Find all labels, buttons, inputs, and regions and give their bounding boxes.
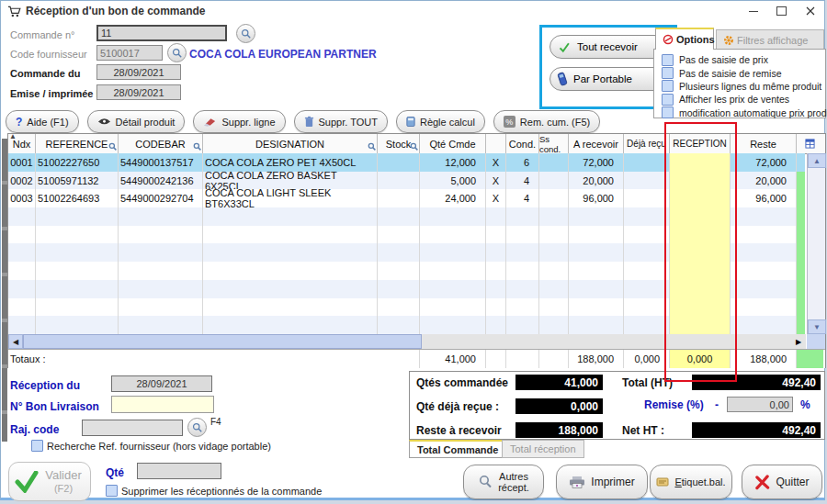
cell-cond: 6 (506, 153, 539, 172)
cell-empty (539, 262, 569, 280)
checkbox-recherche-ref[interactable] (31, 440, 43, 452)
emise-field[interactable]: 28/09/2021 (96, 84, 181, 100)
tab-total-reception[interactable]: Total réception (502, 440, 584, 458)
scrollbar-thumb[interactable] (23, 334, 422, 349)
cell-empty (203, 207, 378, 226)
close-button[interactable] (796, 1, 824, 21)
suppr-tout-button[interactable]: Suppr. TOUT (294, 110, 388, 133)
totals-row: Totaux : 41,000 188,000 0,000 0,000 188,… (8, 349, 825, 368)
cell-reception[interactable] (670, 189, 731, 207)
scroll-down-icon[interactable]: ▼ (808, 319, 826, 334)
cell-reception-empty[interactable] (670, 243, 731, 262)
cell-codebar: 5449000242136 (119, 172, 203, 190)
column-header-a-recevoir[interactable]: A recevoir (569, 134, 624, 153)
checkbox-pas-saisie-prix[interactable] (662, 54, 674, 66)
autres-recept-button[interactable]: Autresrécept. (463, 465, 544, 499)
net-ht-value: 492,40 (692, 422, 821, 438)
scroll-left-icon[interactable]: ◀ (8, 334, 23, 349)
horizontal-scrollbar[interactable]: ◀ ▶ (8, 334, 806, 349)
qte-input[interactable] (137, 463, 221, 479)
column-header-ndx[interactable]: ▲Ndx (8, 134, 36, 153)
checkbox-pas-saisie-remise[interactable] (662, 67, 674, 79)
raj-code-input[interactable] (82, 420, 183, 436)
table-row[interactable]: 0003 51002264693 5449000292704 COCA COLA… (8, 189, 806, 207)
imprimer-button[interactable]: Imprimer (556, 465, 648, 499)
tout-recevoir-button[interactable]: Tout recevoir (549, 35, 667, 59)
cell-status (797, 189, 805, 207)
regle-calcul-button[interactable]: Règle calcul (396, 110, 485, 133)
scroll-right-icon[interactable]: ▶ (791, 334, 806, 349)
cell-reception-empty[interactable] (670, 207, 731, 226)
tab-total-commande[interactable]: Total Commande (409, 440, 506, 458)
cell-status (797, 316, 805, 334)
cell-empty (569, 226, 624, 244)
totals-reste: 188,000 (731, 350, 797, 368)
checkbox-plusieurs-lignes[interactable] (662, 80, 674, 92)
cell-empty (731, 298, 797, 317)
etiquet-bal-button[interactable]: Etiquet.bal. (650, 465, 732, 499)
commande-du-field[interactable]: 28/09/2021 (96, 64, 181, 80)
cell-cond: 4 (506, 189, 539, 207)
aide-button[interactable]: ? Aide (F1) (6, 110, 79, 133)
option-label: Pas de saisie de prix (679, 54, 768, 65)
rem-cum-button[interactable]: % Rem. cum. (F5) (493, 110, 600, 133)
cell-empty (624, 243, 670, 262)
checkbox-afficher-prix[interactable] (662, 94, 674, 106)
checkbox-modification-auto[interactable] (662, 106, 674, 118)
bon-livraison-input[interactable] (111, 396, 214, 413)
column-header-x[interactable] (486, 134, 506, 153)
option-label: Pas de saisie de remise (679, 68, 781, 79)
code-fournisseur-field[interactable]: 5100017 (96, 45, 163, 61)
vertical-scrollbar[interactable]: ▲ ▼ (807, 153, 825, 334)
commande-n-field[interactable]: 11 (96, 25, 227, 41)
detail-produit-button[interactable]: Détail produit (87, 110, 186, 133)
table-row-selected[interactable]: 0001 51002227650 5449000137517 COCA COLA… (8, 153, 806, 172)
column-header-designation[interactable]: DESIGNATION (203, 134, 378, 153)
column-header-qte-cmde[interactable]: Qté Cmde (420, 134, 486, 153)
cell-reception-empty[interactable] (670, 298, 731, 317)
cell-reception[interactable] (670, 172, 731, 190)
cell-empty (506, 280, 539, 298)
par-portable-button[interactable]: Par Portable (549, 67, 667, 91)
cell-empty (36, 243, 119, 262)
cell-reception-empty[interactable] (670, 226, 731, 244)
cell-empty (569, 280, 624, 298)
reception-du-field[interactable]: 28/09/2021 (111, 375, 212, 392)
suppr-ligne-button[interactable]: Suppr. ligne (193, 110, 285, 133)
search-icon (478, 475, 493, 489)
cell-reception-empty[interactable] (670, 280, 731, 298)
cell-reception[interactable] (670, 153, 731, 172)
cell-reception-empty[interactable] (670, 262, 731, 280)
column-header-reste[interactable]: Reste (731, 134, 797, 153)
commande-search-button[interactable] (236, 24, 255, 43)
checkbox-supprimer-receptionnes[interactable] (106, 485, 118, 497)
scroll-up-icon[interactable]: ▲ (808, 153, 826, 168)
column-header-tools[interactable] (797, 134, 823, 153)
valider-button[interactable]: Valider(F2) (8, 462, 91, 501)
cell-reception-empty[interactable] (670, 316, 731, 334)
column-header-cond[interactable]: Cond. (506, 134, 539, 153)
table-row[interactable]: 0002 51005971132 5449000242136 COCA COLA… (8, 172, 806, 190)
fournisseur-search-button[interactable] (167, 43, 187, 62)
option-label: Afficher les prix de ventes (679, 94, 789, 105)
column-header-reference[interactable]: REFERENCE (36, 134, 119, 153)
qte-deja-recue-value: 0,000 (515, 398, 603, 414)
cell-status (797, 172, 805, 190)
raj-code-search-button[interactable] (187, 418, 207, 437)
tab-options[interactable]: Options (655, 28, 714, 50)
minimize-button[interactable] (739, 1, 767, 21)
cell-empty (624, 262, 670, 280)
quitter-button[interactable]: Quitter (742, 465, 822, 499)
cell-empty (203, 298, 378, 317)
cell-empty (486, 226, 506, 244)
column-header-reception[interactable]: RECEPTION (670, 134, 731, 153)
column-header-deja-recu[interactable]: Déjà reçu (624, 134, 670, 153)
column-header-ss-cond[interactable]: Ss cond. (539, 134, 569, 153)
maximize-button[interactable] (767, 1, 796, 21)
cell-empty (119, 243, 203, 262)
remise-input[interactable]: 0,00 (727, 397, 793, 412)
cell-empty (624, 207, 670, 226)
column-header-codebar[interactable]: CODEBAR (119, 134, 203, 153)
cell-empty (569, 262, 624, 280)
column-header-stock[interactable]: Stock (378, 134, 420, 153)
